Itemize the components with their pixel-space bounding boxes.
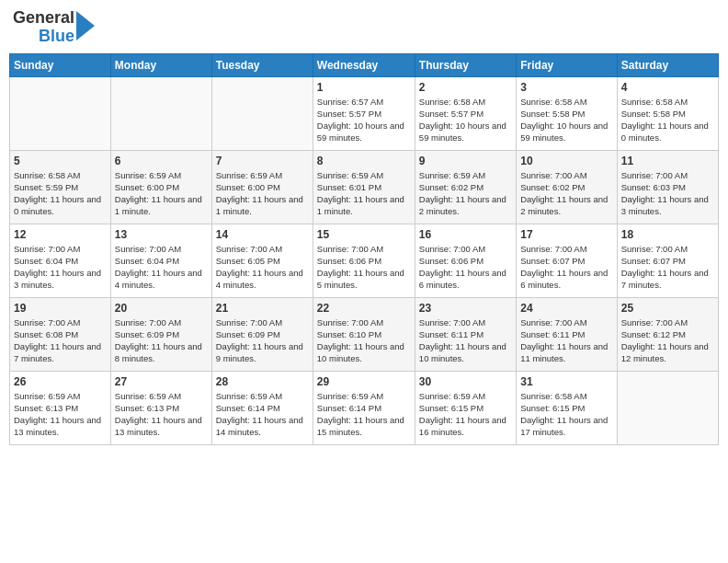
day-number: 30 — [419, 375, 512, 388]
day-info: Sunrise: 6:57 AM Sunset: 5:57 PM Dayligh… — [317, 96, 411, 144]
calendar-cell: 1Sunrise: 6:57 AM Sunset: 5:57 PM Daylig… — [313, 76, 415, 150]
day-number: 25 — [621, 302, 714, 315]
calendar-cell: 28Sunrise: 6:59 AM Sunset: 6:14 PM Dayli… — [211, 371, 313, 444]
day-number: 14 — [216, 228, 309, 241]
day-number: 15 — [317, 228, 411, 241]
day-info: Sunrise: 6:58 AM Sunset: 6:15 PM Dayligh… — [520, 390, 612, 439]
calendar-week-row: 5Sunrise: 6:58 AM Sunset: 5:59 PM Daylig… — [10, 150, 719, 224]
logo-general: General — [13, 9, 74, 28]
calendar-cell: 14Sunrise: 7:00 AM Sunset: 6:05 PM Dayli… — [211, 224, 313, 297]
day-info: Sunrise: 6:59 AM Sunset: 6:02 PM Dayligh… — [419, 169, 512, 218]
day-info: Sunrise: 6:59 AM Sunset: 6:00 PM Dayligh… — [115, 169, 208, 218]
weekday-header: Wednesday — [313, 53, 415, 76]
weekday-header: Sunday — [10, 53, 111, 76]
weekday-header: Thursday — [415, 53, 516, 76]
calendar-cell: 12Sunrise: 7:00 AM Sunset: 6:04 PM Dayli… — [10, 224, 111, 297]
day-number: 5 — [14, 155, 107, 167]
calendar-cell — [211, 76, 313, 150]
day-number: 18 — [621, 228, 714, 241]
day-info: Sunrise: 7:00 AM Sunset: 6:11 PM Dayligh… — [419, 316, 512, 365]
calendar-week-row: 19Sunrise: 7:00 AM Sunset: 6:08 PM Dayli… — [10, 297, 719, 371]
day-number: 9 — [419, 155, 512, 167]
calendar-cell: 8Sunrise: 6:59 AM Sunset: 6:01 PM Daylig… — [313, 150, 415, 224]
day-number: 23 — [419, 302, 512, 315]
day-info: Sunrise: 6:59 AM Sunset: 6:13 PM Dayligh… — [115, 390, 208, 439]
calendar-cell: 30Sunrise: 6:59 AM Sunset: 6:15 PM Dayli… — [415, 371, 516, 444]
calendar-cell: 11Sunrise: 7:00 AM Sunset: 6:03 PM Dayli… — [617, 150, 718, 224]
calendar-cell: 15Sunrise: 7:00 AM Sunset: 6:06 PM Dayli… — [313, 224, 415, 297]
day-info: Sunrise: 6:59 AM Sunset: 6:14 PM Dayligh… — [317, 390, 411, 439]
calendar-cell: 9Sunrise: 6:59 AM Sunset: 6:02 PM Daylig… — [415, 150, 516, 224]
calendar-cell: 31Sunrise: 6:58 AM Sunset: 6:15 PM Dayli… — [517, 371, 617, 444]
calendar-cell — [617, 371, 718, 444]
day-number: 27 — [115, 375, 208, 388]
calendar-cell: 21Sunrise: 7:00 AM Sunset: 6:09 PM Dayli… — [211, 297, 313, 371]
day-number: 22 — [317, 302, 411, 315]
calendar-cell: 17Sunrise: 7:00 AM Sunset: 6:07 PM Dayli… — [517, 224, 617, 297]
calendar-week-row: 12Sunrise: 7:00 AM Sunset: 6:04 PM Dayli… — [10, 224, 719, 297]
calendar-cell: 4Sunrise: 6:58 AM Sunset: 5:58 PM Daylig… — [617, 76, 718, 150]
day-info: Sunrise: 7:00 AM Sunset: 6:12 PM Dayligh… — [621, 316, 714, 365]
day-info: Sunrise: 7:00 AM Sunset: 6:11 PM Dayligh… — [520, 316, 612, 365]
day-number: 16 — [419, 228, 512, 241]
calendar-cell: 20Sunrise: 7:00 AM Sunset: 6:09 PM Dayli… — [110, 297, 211, 371]
weekday-header-row: SundayMondayTuesdayWednesdayThursdayFrid… — [10, 53, 719, 76]
calendar-cell: 18Sunrise: 7:00 AM Sunset: 6:07 PM Dayli… — [617, 224, 718, 297]
calendar-week-row: 1Sunrise: 6:57 AM Sunset: 5:57 PM Daylig… — [10, 76, 719, 150]
day-number: 11 — [621, 155, 714, 167]
day-info: Sunrise: 7:00 AM Sunset: 6:07 PM Dayligh… — [520, 243, 612, 292]
calendar-cell: 2Sunrise: 6:58 AM Sunset: 5:57 PM Daylig… — [415, 76, 516, 150]
day-number: 28 — [216, 375, 309, 388]
weekday-header: Friday — [517, 53, 617, 76]
calendar-cell: 3Sunrise: 6:58 AM Sunset: 5:58 PM Daylig… — [517, 76, 617, 150]
calendar-cell: 7Sunrise: 6:59 AM Sunset: 6:00 PM Daylig… — [211, 150, 313, 224]
weekday-header: Saturday — [617, 53, 718, 76]
calendar-cell: 25Sunrise: 7:00 AM Sunset: 6:12 PM Dayli… — [617, 297, 718, 371]
calendar-cell: 27Sunrise: 6:59 AM Sunset: 6:13 PM Dayli… — [110, 371, 211, 444]
day-number: 26 — [14, 375, 107, 388]
day-info: Sunrise: 7:00 AM Sunset: 6:05 PM Dayligh… — [216, 243, 309, 292]
weekday-header: Monday — [110, 53, 211, 76]
calendar-table: SundayMondayTuesdayWednesdayThursdayFrid… — [9, 53, 719, 445]
day-number: 31 — [520, 375, 612, 388]
day-number: 13 — [115, 228, 208, 241]
day-number: 3 — [520, 81, 612, 94]
calendar-cell: 10Sunrise: 7:00 AM Sunset: 6:02 PM Dayli… — [517, 150, 617, 224]
day-number: 6 — [115, 155, 208, 167]
calendar-cell: 29Sunrise: 6:59 AM Sunset: 6:14 PM Dayli… — [313, 371, 415, 444]
calendar-week-row: 26Sunrise: 6:59 AM Sunset: 6:13 PM Dayli… — [10, 371, 719, 444]
day-info: Sunrise: 7:00 AM Sunset: 6:09 PM Dayligh… — [216, 316, 309, 365]
day-info: Sunrise: 7:00 AM Sunset: 6:06 PM Dayligh… — [419, 243, 512, 292]
day-info: Sunrise: 7:00 AM Sunset: 6:04 PM Dayligh… — [115, 243, 208, 292]
calendar-cell: 13Sunrise: 7:00 AM Sunset: 6:04 PM Dayli… — [110, 224, 211, 297]
day-number: 12 — [14, 228, 107, 241]
weekday-header: Tuesday — [211, 53, 313, 76]
day-info: Sunrise: 6:59 AM Sunset: 6:13 PM Dayligh… — [14, 390, 107, 439]
day-number: 7 — [216, 155, 309, 167]
day-info: Sunrise: 7:00 AM Sunset: 6:03 PM Dayligh… — [621, 169, 714, 218]
day-info: Sunrise: 6:58 AM Sunset: 5:58 PM Dayligh… — [621, 96, 714, 144]
day-info: Sunrise: 7:00 AM Sunset: 6:08 PM Dayligh… — [14, 316, 107, 365]
day-number: 10 — [520, 155, 612, 167]
day-info: Sunrise: 6:58 AM Sunset: 5:59 PM Dayligh… — [14, 169, 107, 218]
calendar-cell: 6Sunrise: 6:59 AM Sunset: 6:00 PM Daylig… — [110, 150, 211, 224]
calendar-cell: 24Sunrise: 7:00 AM Sunset: 6:11 PM Dayli… — [517, 297, 617, 371]
day-number: 24 — [520, 302, 612, 315]
calendar-cell: 5Sunrise: 6:58 AM Sunset: 5:59 PM Daylig… — [10, 150, 111, 224]
day-info: Sunrise: 6:59 AM Sunset: 6:14 PM Dayligh… — [216, 390, 309, 439]
calendar-cell: 23Sunrise: 7:00 AM Sunset: 6:11 PM Dayli… — [415, 297, 516, 371]
day-number: 8 — [317, 155, 411, 167]
day-number: 1 — [317, 81, 411, 94]
day-info: Sunrise: 7:00 AM Sunset: 6:06 PM Dayligh… — [317, 243, 411, 292]
logo-icon — [76, 11, 95, 44]
day-info: Sunrise: 6:58 AM Sunset: 5:58 PM Dayligh… — [520, 96, 612, 144]
day-info: Sunrise: 7:00 AM Sunset: 6:09 PM Dayligh… — [115, 316, 208, 365]
logo: General Blue — [13, 9, 95, 46]
calendar-cell — [110, 76, 211, 150]
day-info: Sunrise: 6:59 AM Sunset: 6:01 PM Dayligh… — [317, 169, 411, 218]
day-info: Sunrise: 7:00 AM Sunset: 6:07 PM Dayligh… — [621, 243, 714, 292]
day-info: Sunrise: 6:58 AM Sunset: 5:57 PM Dayligh… — [419, 96, 512, 144]
day-number: 29 — [317, 375, 411, 388]
day-number: 4 — [621, 81, 714, 94]
svg-marker-0 — [76, 11, 95, 40]
